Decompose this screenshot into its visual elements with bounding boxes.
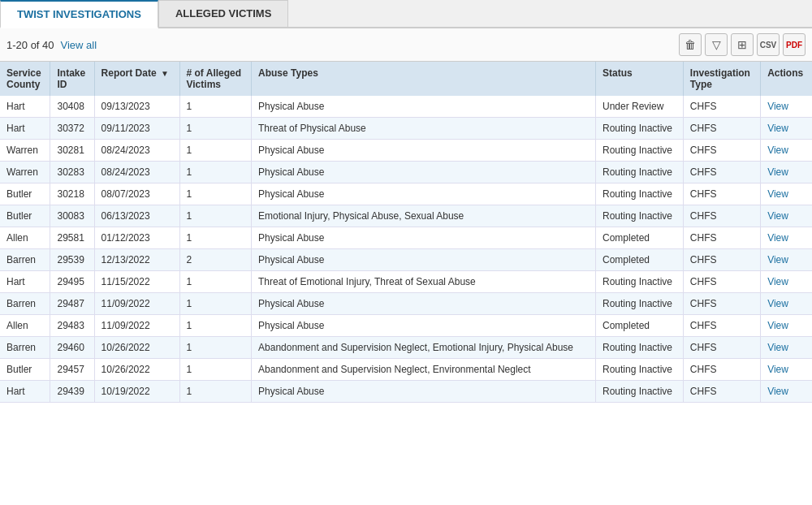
cell-report-date: 09/13/2023 (94, 96, 179, 118)
table-body: Hart3040809/13/20231Physical AbuseUnder … (0, 96, 812, 403)
cell-actions[interactable]: View (761, 337, 812, 359)
cell-intake-id: 30218 (50, 183, 94, 205)
cell-actions[interactable]: View (761, 293, 812, 315)
cell-actions[interactable]: View (761, 118, 812, 140)
cell-status: Under Review (595, 96, 683, 118)
cell-service-county: Hart (0, 118, 50, 140)
cell-status: Routing Inactive (595, 205, 683, 227)
view-link[interactable]: View (767, 342, 788, 353)
cell-report-date: 10/26/2022 (94, 359, 179, 381)
paging-info: 1-20 of 40 (6, 39, 54, 51)
cell-report-date: 09/11/2023 (94, 118, 179, 140)
paging-section: 1-20 of 40 View all (6, 39, 97, 51)
cell-alleged-victims: 1 (179, 227, 252, 249)
cell-service-county: Allen (0, 315, 50, 337)
view-link[interactable]: View (767, 276, 788, 287)
cell-service-county: Butler (0, 205, 50, 227)
cell-actions[interactable]: View (761, 227, 812, 249)
cell-investigation-type: CHFS (683, 140, 760, 162)
cell-intake-id: 29487 (50, 293, 94, 315)
cell-actions[interactable]: View (761, 249, 812, 271)
view-all-link[interactable]: View all (61, 39, 97, 51)
cell-service-county: Butler (0, 359, 50, 381)
view-link[interactable]: View (767, 188, 788, 200)
cell-abuse-types: Physical Abuse (252, 249, 596, 271)
table-row: Hart3040809/13/20231Physical AbuseUnder … (0, 96, 812, 118)
table-row: Allen2958101/12/20231Physical AbuseCompl… (0, 227, 812, 249)
cell-investigation-type: CHFS (683, 293, 760, 315)
cell-intake-id: 29581 (50, 227, 94, 249)
cell-actions[interactable]: View (761, 183, 812, 205)
tab-alleged-victims[interactable]: ALLEGED VICTIMS (158, 0, 288, 27)
view-link[interactable]: View (767, 386, 788, 397)
view-link[interactable]: View (767, 320, 788, 331)
cell-actions[interactable]: View (761, 359, 812, 381)
cell-status: Routing Inactive (595, 183, 683, 205)
cell-investigation-type: CHFS (683, 118, 760, 140)
cell-actions[interactable]: View (761, 96, 812, 118)
cell-alleged-victims: 1 (179, 293, 252, 315)
cell-abuse-types: Physical Abuse (252, 140, 596, 162)
cell-status: Completed (595, 315, 683, 337)
pdf-button[interactable]: PDF (783, 33, 806, 56)
cell-report-date: 11/15/2022 (94, 271, 179, 293)
columns-button[interactable]: ⊞ (731, 33, 754, 56)
cell-intake-id: 30281 (50, 140, 94, 162)
cell-alleged-victims: 1 (179, 315, 252, 337)
view-link[interactable]: View (767, 210, 788, 222)
col-service-county: ServiceCounty (0, 62, 50, 96)
cell-abuse-types: Physical Abuse (252, 315, 596, 337)
cell-investigation-type: CHFS (683, 96, 760, 118)
filter-button[interactable]: ▽ (705, 33, 728, 56)
table-row: Hart2949511/15/20221Threat of Emotional … (0, 271, 812, 293)
cell-actions[interactable]: View (761, 162, 812, 183)
cell-report-date: 11/09/2022 (94, 315, 179, 337)
cell-investigation-type: CHFS (683, 359, 760, 381)
view-link[interactable]: View (767, 232, 788, 244)
table-row: Hart2943910/19/20221Physical AbuseRoutin… (0, 381, 812, 403)
table-row: Barren2948711/09/20221Physical AbuseRout… (0, 293, 812, 315)
table-row: Allen2948311/09/20221Physical AbuseCompl… (0, 315, 812, 337)
col-report-date[interactable]: Report Date ▼ (94, 62, 179, 96)
tab-twist-investigations[interactable]: TWIST INVESTIGATIONS (0, 0, 158, 28)
view-link[interactable]: View (767, 101, 788, 112)
cell-service-county: Butler (0, 183, 50, 205)
toolbar-actions: 🗑 ▽ ⊞ CSV PDF (679, 33, 806, 56)
table-header-row: ServiceCounty IntakeID Report Date ▼ # o… (0, 62, 812, 96)
view-link[interactable]: View (767, 123, 788, 134)
table-row: Hart3037209/11/20231Threat of Physical A… (0, 118, 812, 140)
cell-investigation-type: CHFS (683, 381, 760, 403)
table-row: Barren2946010/26/20221Abandonment and Su… (0, 337, 812, 359)
view-link[interactable]: View (767, 166, 788, 178)
delete-button[interactable]: 🗑 (679, 33, 702, 56)
cell-alleged-victims: 1 (179, 381, 252, 403)
cell-abuse-types: Threat of Physical Abuse (252, 118, 596, 140)
cell-alleged-victims: 1 (179, 118, 252, 140)
cell-report-date: 12/13/2022 (94, 249, 179, 271)
cell-abuse-types: Physical Abuse (252, 381, 596, 403)
cell-abuse-types: Physical Abuse (252, 162, 596, 183)
view-link[interactable]: View (767, 298, 788, 309)
view-link[interactable]: View (767, 145, 788, 156)
cell-status: Completed (595, 249, 683, 271)
cell-abuse-types: Physical Abuse (252, 96, 596, 118)
cell-investigation-type: CHFS (683, 337, 760, 359)
cell-actions[interactable]: View (761, 140, 812, 162)
view-link[interactable]: View (767, 364, 788, 375)
col-status: Status (595, 62, 683, 96)
cell-actions[interactable]: View (761, 271, 812, 293)
cell-service-county: Hart (0, 381, 50, 403)
view-link[interactable]: View (767, 254, 788, 265)
cell-service-county: Barren (0, 337, 50, 359)
cell-service-county: Warren (0, 140, 50, 162)
csv-button[interactable]: CSV (757, 33, 780, 56)
col-alleged-victims: # of AllegedVictims (179, 62, 252, 96)
cell-report-date: 08/24/2023 (94, 140, 179, 162)
cell-investigation-type: CHFS (683, 205, 760, 227)
cell-actions[interactable]: View (761, 205, 812, 227)
cell-actions[interactable]: View (761, 381, 812, 403)
cell-report-date: 10/19/2022 (94, 381, 179, 403)
cell-actions[interactable]: View (761, 315, 812, 337)
table-row: Butler3008306/13/20231Emotional Injury, … (0, 205, 812, 227)
col-investigation-type: InvestigationType (683, 62, 760, 96)
